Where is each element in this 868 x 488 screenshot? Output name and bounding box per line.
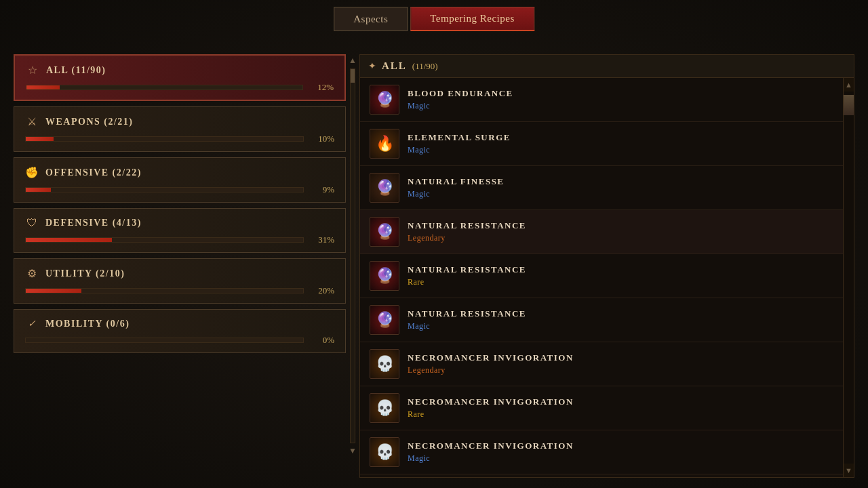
item-rarity-necromancer-invigoration-legendary: Legendary bbox=[408, 365, 844, 375]
right-scroll-track[interactable] bbox=[844, 92, 854, 464]
item-rarity-necromancer-invigoration-rare: Rare bbox=[408, 409, 844, 420]
item-elemental-surge[interactable]: 🔥 ELEMENTAL SURGE Magic bbox=[360, 122, 854, 166]
item-necromancer-invigoration-legendary[interactable]: 💀 NECROMANCER INVIGORATION Legendary bbox=[360, 342, 854, 386]
right-scrollbar[interactable]: ▲ ▼ bbox=[843, 78, 854, 477]
item-name-necromancer-invigoration-rare: NECROMANCER INVIGORATION bbox=[408, 396, 844, 407]
item-info-elemental-surge: ELEMENTAL SURGE Magic bbox=[408, 132, 844, 155]
right-scroll-up-arrow[interactable]: ▲ bbox=[844, 78, 854, 92]
category-utility-progress-fill bbox=[26, 289, 81, 293]
scroll-thumb bbox=[351, 69, 355, 83]
category-utility-progress-bg bbox=[25, 288, 304, 293]
category-all-pct: 12% bbox=[310, 82, 334, 93]
item-info-natural-resistance-rare: NATURAL RESISTANCE Rare bbox=[408, 264, 844, 287]
item-icon-blood-endurance: 🔮 bbox=[370, 85, 399, 115]
item-rarity-natural-resistance-magic: Magic bbox=[408, 321, 844, 331]
item-name-necromancer-invigoration-legendary: NECROMANCER INVIGORATION bbox=[408, 352, 844, 363]
category-weapons-progress-row: 10% bbox=[25, 134, 334, 144]
item-name-natural-resistance-magic: NATURAL RESISTANCE bbox=[408, 308, 844, 319]
item-info-necromancer-invigoration-magic: NECROMANCER INVIGORATION Magic bbox=[408, 441, 844, 464]
items-list: 🔮 BLOOD ENDURANCE Magic 🔥 ELEMENTAL SURG… bbox=[359, 77, 854, 478]
category-mobility-progress-row: 0% bbox=[25, 335, 334, 346]
main-content: ☆ ALL (11/90) 12% ⚔ WEAPONS (2/21) 10% bbox=[0, 44, 868, 488]
category-offensive-progress-fill bbox=[26, 188, 51, 192]
left-panel: ☆ ALL (11/90) 12% ⚔ WEAPONS (2/21) 10% bbox=[14, 54, 346, 478]
right-header-count: (11/90) bbox=[412, 61, 438, 72]
item-info-natural-resistance-legendary: NATURAL RESISTANCE Legendary bbox=[408, 220, 844, 243]
category-all-progress-row: 12% bbox=[26, 82, 334, 93]
item-natural-resistance-legendary[interactable]: 🔮 NATURAL RESISTANCE Legendary bbox=[360, 210, 854, 254]
category-mobility-header: ✓ MOBILITY (0/6) bbox=[25, 318, 334, 329]
item-rarity-necromancer-invigoration-magic: Magic bbox=[408, 453, 844, 464]
category-defensive-progress-row: 31% bbox=[25, 235, 334, 245]
item-name-necromancer-invigoration-magic: NECROMANCER INVIGORATION bbox=[408, 441, 844, 451]
category-weapons[interactable]: ⚔ WEAPONS (2/21) 10% bbox=[14, 106, 346, 152]
item-rarity-blood-endurance: Magic bbox=[408, 101, 844, 111]
star-icon: ☆ bbox=[26, 64, 39, 77]
category-all-label: ALL (11/90) bbox=[46, 65, 106, 76]
sword-icon: ⚔ bbox=[25, 115, 39, 128]
category-weapons-label: WEAPONS (2/21) bbox=[45, 117, 134, 127]
tab-aspects[interactable]: Aspects bbox=[334, 7, 408, 31]
item-name-elemental-surge: ELEMENTAL SURGE bbox=[408, 132, 844, 143]
right-scroll-down-arrow[interactable]: ▼ bbox=[844, 464, 854, 477]
category-mobility-pct: 0% bbox=[311, 335, 334, 346]
item-icon-natural-resistance-rare: 🔮 bbox=[370, 261, 399, 291]
category-mobility[interactable]: ✓ MOBILITY (0/6) 0% bbox=[14, 309, 346, 353]
item-info-natural-resistance-magic: NATURAL RESISTANCE Magic bbox=[408, 308, 844, 331]
right-scroll-thumb bbox=[844, 95, 854, 115]
category-utility[interactable]: ⚙ UTILITY (2/10) 20% bbox=[14, 258, 346, 304]
item-necromancer-invigoration-rare[interactable]: 💀 NECROMANCER INVIGORATION Rare bbox=[360, 386, 854, 430]
category-offensive-progress-row: 9% bbox=[25, 184, 334, 195]
category-all-progress-bg bbox=[26, 85, 303, 90]
category-mobility-progress-bg bbox=[25, 338, 304, 343]
item-icon-necromancer-invigoration-legendary: 💀 bbox=[370, 349, 399, 379]
category-mobility-label: MOBILITY (0/6) bbox=[45, 319, 130, 329]
category-utility-pct: 20% bbox=[311, 285, 334, 296]
item-rarity-elemental-surge: Magic bbox=[408, 145, 844, 155]
category-all-progress-fill bbox=[26, 85, 60, 89]
category-weapons-progress-bg bbox=[25, 136, 304, 142]
item-name-natural-resistance-legendary: NATURAL RESISTANCE bbox=[408, 220, 844, 231]
item-info-natural-finesse: NATURAL FINESSE Magic bbox=[408, 176, 844, 199]
wing-icon: ✓ bbox=[25, 318, 39, 329]
category-weapons-progress-fill bbox=[26, 137, 54, 141]
item-name-natural-finesse: NATURAL FINESSE bbox=[408, 176, 844, 187]
tab-tempering-recipes[interactable]: Tempering Recipes bbox=[410, 7, 534, 31]
category-offensive-progress-bg bbox=[25, 187, 304, 192]
item-icon-natural-resistance-magic: 🔮 bbox=[370, 305, 399, 335]
category-all[interactable]: ☆ ALL (11/90) 12% bbox=[14, 54, 346, 101]
item-natural-finesse[interactable]: 🔮 NATURAL FINESSE Magic bbox=[360, 166, 854, 210]
item-info-blood-endurance: BLOOD ENDURANCE Magic bbox=[408, 88, 844, 111]
item-icon-elemental-surge: 🔥 bbox=[370, 129, 399, 159]
left-scrollbar[interactable]: ▲ ▼ bbox=[347, 54, 358, 458]
item-natural-resistance-rare[interactable]: 🔮 NATURAL RESISTANCE Rare bbox=[360, 254, 854, 298]
scroll-down-arrow[interactable]: ▼ bbox=[347, 445, 358, 458]
category-offensive-pct: 9% bbox=[311, 184, 334, 195]
category-all-header: ☆ ALL (11/90) bbox=[26, 64, 334, 77]
item-blood-endurance[interactable]: 🔮 BLOOD ENDURANCE Magic bbox=[360, 78, 854, 122]
category-utility-progress-row: 20% bbox=[25, 285, 334, 296]
item-rarity-natural-resistance-legendary: Legendary bbox=[408, 233, 844, 243]
category-utility-label: UTILITY (2/10) bbox=[45, 268, 125, 279]
item-necromancer-invigoration-magic[interactable]: 💀 NECROMANCER INVIGORATION Magic bbox=[360, 430, 854, 474]
right-panel: ✦ ALL (11/90) 🔮 BLOOD ENDURANCE Magic 🔥 … bbox=[359, 54, 854, 478]
category-utility-header: ⚙ UTILITY (2/10) bbox=[25, 267, 334, 280]
item-info-necromancer-invigoration-legendary: NECROMANCER INVIGORATION Legendary bbox=[408, 352, 844, 375]
right-header-label: ALL bbox=[382, 60, 407, 72]
scroll-up-arrow[interactable]: ▲ bbox=[347, 54, 358, 67]
item-natural-resistance-magic[interactable]: 🔮 NATURAL RESISTANCE Magic bbox=[360, 298, 854, 342]
right-panel-header: ✦ ALL (11/90) bbox=[359, 54, 854, 77]
category-defensive-progress-fill bbox=[26, 238, 112, 242]
category-defensive[interactable]: 🛡 DEFENSIVE (4/13) 31% bbox=[14, 208, 346, 253]
gear-icon: ⚙ bbox=[25, 267, 39, 280]
category-offensive[interactable]: ✊ OFFENSIVE (2/22) 9% bbox=[14, 157, 346, 203]
scroll-track[interactable] bbox=[350, 68, 355, 443]
category-offensive-label: OFFENSIVE (2/22) bbox=[45, 167, 142, 178]
item-icon-necromancer-invigoration-magic: 💀 bbox=[370, 437, 399, 467]
item-rarity-natural-finesse: Magic bbox=[408, 189, 844, 199]
item-name-natural-resistance-rare: NATURAL RESISTANCE bbox=[408, 264, 844, 275]
category-defensive-label: DEFENSIVE (4/13) bbox=[45, 218, 142, 228]
all-icon: ✦ bbox=[368, 60, 376, 72]
category-weapons-pct: 10% bbox=[311, 134, 334, 144]
fist-icon: ✊ bbox=[25, 166, 39, 179]
